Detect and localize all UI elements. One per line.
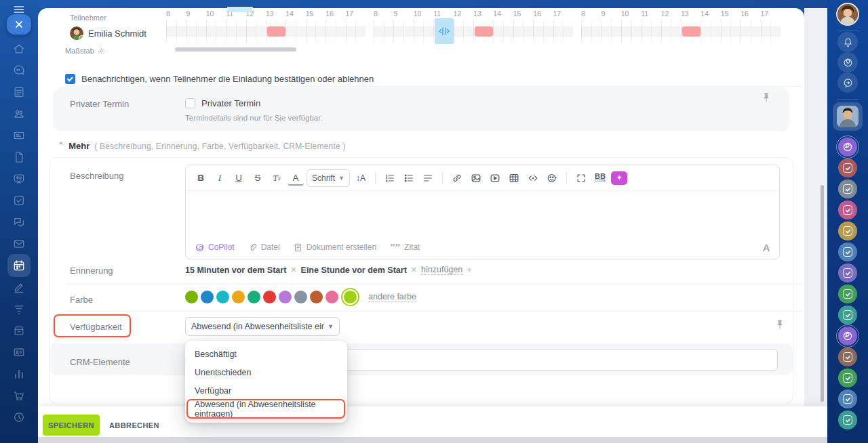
attach-file-button[interactable]: Datei [248,242,280,252]
active-chat-user[interactable] [833,102,863,131]
add-reminder-link[interactable]: hinzufügen [421,265,462,275]
timeline-grid[interactable] [581,20,781,43]
sidebar-item-mail[interactable] [7,232,31,255]
create-document-button[interactable]: Dokument erstellen [294,242,376,252]
cancel-button[interactable]: ABBRECHEN [109,415,159,436]
color-swatch-4[interactable] [232,291,245,303]
italic-button[interactable]: I [212,170,228,186]
sidebar-item-company-card[interactable] [7,341,31,364]
timeline-grid[interactable] [166,20,366,43]
font-select[interactable]: Schrift▼ [307,169,350,187]
bullet-list-icon[interactable] [401,170,417,186]
chat-badge-5[interactable] [838,222,857,240]
chat-badge-14[interactable] [838,410,857,429]
emoji-icon[interactable] [544,170,560,186]
chat-badge-13[interactable] [838,389,857,408]
notifications-button[interactable] [837,32,858,52]
color-swatch-10[interactable] [326,291,338,303]
sidebar-item-calendar[interactable] [7,254,31,277]
availability-select[interactable]: Abwesend (in Abwesenheitsliste eintra ▼ [185,317,340,336]
chat-badge-10[interactable] [838,326,857,345]
sidebar-item-tasks[interactable] [7,189,31,212]
color-swatch-2[interactable] [201,291,214,303]
sidebar-item-analytics[interactable] [7,362,31,385]
video-icon[interactable] [487,170,503,186]
availability-option-2[interactable]: Unentschieden [185,363,347,381]
color-swatch-1[interactable] [185,291,198,303]
sidebar-item-video-meeting[interactable] [7,167,31,190]
chat-badge-6[interactable] [838,242,857,261]
chat-badge-7[interactable] [838,263,857,282]
ai-image-button[interactable]: ✦ [611,171,627,185]
sidebar-item-feed[interactable] [7,81,31,104]
chat-badge-9[interactable] [838,305,857,324]
chat-badge-3[interactable] [838,180,857,198]
strikethrough-button[interactable]: S [250,170,266,186]
color-swatch-7[interactable] [279,291,292,303]
table-icon[interactable] [506,170,522,186]
bold-button[interactable]: B [193,170,209,186]
helpdesk-button[interactable] [837,72,858,93]
color-swatch-8[interactable] [294,291,307,303]
availability-option-3[interactable]: Verfügbar [185,381,347,400]
color-swatch-11[interactable] [344,291,357,303]
code-icon[interactable] [525,170,541,186]
sidebar-item-drive[interactable] [7,319,31,342]
color-swatch-3[interactable] [216,291,229,303]
save-button[interactable]: SPEICHERN [43,415,100,436]
sidebar-item-documents[interactable] [7,146,31,169]
color-swatch-9[interactable] [310,291,323,303]
chat-badge-12[interactable] [838,368,857,387]
notify-checkbox[interactable] [65,74,75,84]
more-section-toggle[interactable]: ⌃ Mehr ( Beschreibung, Erinnerung, Farbe… [58,141,346,151]
remove-chip-icon[interactable]: ✕ [411,266,417,274]
sidebar-item-time-clock[interactable] [7,406,31,429]
align-icon[interactable] [420,170,436,186]
copilot-button[interactable]: CoPilot [195,242,235,252]
scrollbar[interactable] [821,185,824,402]
clear-format-button[interactable]: Tx [269,170,285,186]
chat-badge-11[interactable] [838,347,857,366]
pin-icon[interactable] [762,93,770,105]
sidebar-item-sales-funnel[interactable] [7,297,31,320]
chat-badge-1[interactable] [838,138,857,156]
quote-button[interactable]: ”” Zitat [390,242,420,252]
gear-icon[interactable] [98,47,105,55]
pin-icon[interactable] [776,320,784,332]
fullscreen-icon[interactable] [573,170,589,186]
sidebar-item-crm-card[interactable] [7,124,31,147]
availability-option-4[interactable]: Abwesend (in Abwesenheitsliste eintragen… [185,400,347,418]
underline-button[interactable]: U [231,170,247,186]
scale-slider[interactable] [175,47,296,51]
sidebar-item-e-sign[interactable] [7,276,31,299]
chat-badge-4[interactable] [838,201,857,219]
other-color-link[interactable]: andere farbe [368,292,416,302]
description-editor[interactable]: BIUSTxASchrift▼↕ABBCODE✦ CoPilot Datei D… [185,165,780,259]
sidebar-item-employees[interactable] [7,102,31,125]
remove-chip-icon[interactable]: ✕ [290,266,296,274]
text-mode-button[interactable]: A [763,242,770,253]
plus-icon[interactable]: + [467,265,472,275]
color-swatch-6[interactable] [263,291,276,303]
sidebar-item-home[interactable] [7,37,31,60]
bb-code-button[interactable]: BBCODE [592,170,608,186]
chat-badge-2[interactable] [838,159,857,177]
participant-row[interactable]: Emilia Schmidt [70,26,146,40]
timeline-grid[interactable] [374,20,573,43]
ordered-list-icon[interactable] [382,170,398,186]
image-icon[interactable] [468,170,484,186]
private-checkbox[interactable] [185,98,195,108]
text-color-button[interactable]: A [288,172,304,186]
color-swatch-5[interactable] [248,291,260,303]
sidebar-item-messenger[interactable] [7,59,31,82]
sidebar-item-close[interactable] [7,14,31,35]
chat-badge-8[interactable] [838,284,857,303]
profile-avatar[interactable] [836,3,859,26]
availability-option-1[interactable]: Beschäftigt [185,345,347,363]
selected-time-slot[interactable] [435,18,453,44]
sidebar-item-chats[interactable] [7,211,31,234]
sidebar-item-market-cart[interactable] [7,384,31,407]
font-size-button[interactable]: ↕A [353,170,369,186]
copilot-button[interactable] [837,52,858,72]
link-icon[interactable] [449,170,465,186]
